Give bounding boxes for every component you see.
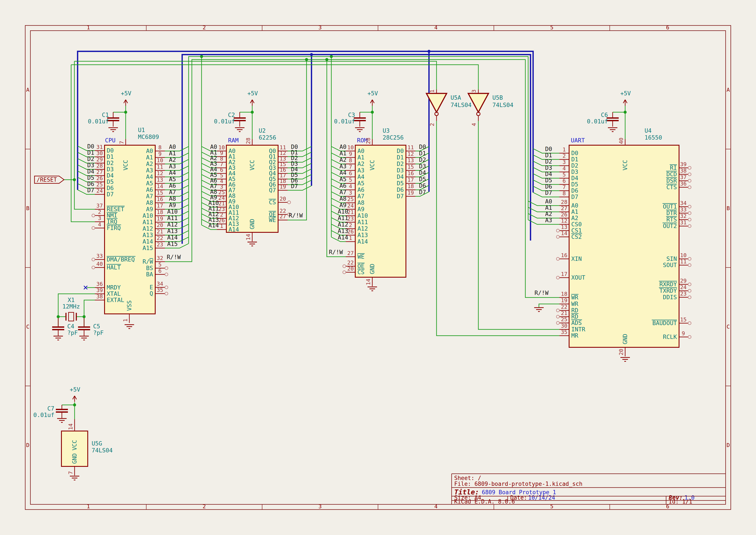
svg-text:A0: A0 xyxy=(357,148,364,154)
svg-text:D1: D1 xyxy=(397,154,404,161)
svg-text:D7: D7 xyxy=(87,187,94,193)
svg-text:4: 4 xyxy=(562,165,566,172)
svg-text:GND: GND xyxy=(622,334,628,344)
svg-text:A11: A11 xyxy=(143,219,153,225)
svg-text:VCC: VCC xyxy=(622,160,628,170)
svg-text:10: 10 xyxy=(347,144,354,151)
svg-text:/RESET: /RESET xyxy=(37,177,57,183)
svg-text:?pF: ?pF xyxy=(93,329,104,336)
svg-text:CS: CS xyxy=(269,199,276,206)
svg-text:32: 32 xyxy=(157,255,163,261)
svg-text:D2: D2 xyxy=(87,155,94,162)
svg-text:12: 12 xyxy=(561,218,567,224)
svg-text:4: 4 xyxy=(434,503,438,510)
svg-text:+5V: +5V xyxy=(367,90,378,97)
power-flag-5v: +5V xyxy=(367,90,378,106)
svg-text:BAUDOUT: BAUDOUT xyxy=(652,320,677,326)
chip-U2: U262256RAM28VCC14GND10A0A09A1A18A2A27A3A… xyxy=(202,127,311,241)
svg-text:A3: A3 xyxy=(146,167,153,174)
svg-text:OE: OE xyxy=(357,263,364,269)
svg-text:4: 4 xyxy=(434,24,438,31)
svg-text:A1: A1 xyxy=(169,150,176,156)
svg-text:33: 33 xyxy=(96,253,103,259)
capacitor-C6: C60.01uf xyxy=(587,112,619,127)
svg-text:7: 7 xyxy=(220,161,223,167)
svg-text:20: 20 xyxy=(157,222,163,228)
svg-text:18: 18 xyxy=(280,178,286,184)
svg-text:D4: D4 xyxy=(571,175,579,182)
svg-text:2: 2 xyxy=(202,24,206,31)
svg-text:9: 9 xyxy=(682,330,685,337)
svg-text:D5: D5 xyxy=(107,179,114,185)
svg-text:B: B xyxy=(26,205,29,211)
svg-text:D2: D2 xyxy=(107,160,114,166)
schematic-content: U1MC6809CPU7VCC1VSS31D0D030D1D129D2D228D… xyxy=(33,50,691,480)
svg-text:12MHz: 12MHz xyxy=(62,303,80,310)
svg-text:40: 40 xyxy=(618,138,624,144)
svg-text:A1: A1 xyxy=(146,154,153,161)
svg-text:XIN: XIN xyxy=(571,255,582,262)
svg-text:A14: A14 xyxy=(229,226,239,233)
svg-text:UART: UART xyxy=(571,137,585,144)
svg-text:13: 13 xyxy=(407,157,414,163)
svg-text:A9: A9 xyxy=(169,202,176,209)
svg-text:26: 26 xyxy=(561,211,567,218)
svg-text:2: 2 xyxy=(220,211,223,218)
svg-text:7: 7 xyxy=(119,141,125,144)
svg-text:12: 12 xyxy=(407,151,414,157)
svg-text:A0: A0 xyxy=(339,143,347,150)
svg-text:D4: D4 xyxy=(419,169,426,176)
svg-text:A12: A12 xyxy=(167,221,178,228)
power-flag-5v: +5V xyxy=(248,90,258,106)
svg-text:D3: D3 xyxy=(419,163,426,170)
svg-text:?pF: ?pF xyxy=(67,329,78,336)
svg-text:A3: A3 xyxy=(545,217,552,223)
svg-text:6: 6 xyxy=(349,170,352,177)
svg-text:20: 20 xyxy=(280,196,286,202)
svg-text:A6: A6 xyxy=(339,182,347,189)
svg-text:D7: D7 xyxy=(419,189,426,195)
svg-text:26: 26 xyxy=(347,228,354,235)
svg-text:25: 25 xyxy=(561,316,567,323)
svg-text:A0: A0 xyxy=(146,148,153,154)
svg-text:A10: A10 xyxy=(167,208,178,215)
svg-text:28C256: 28C256 xyxy=(383,134,404,141)
svg-text:A1: A1 xyxy=(545,204,552,211)
svg-text:DCD: DCD xyxy=(666,171,677,178)
svg-text:B: B xyxy=(726,205,730,211)
svg-text:12: 12 xyxy=(280,150,286,156)
svg-text:Q7: Q7 xyxy=(269,187,276,193)
svg-text:11: 11 xyxy=(157,164,163,170)
svg-text:1: 1 xyxy=(87,503,90,510)
svg-text:6: 6 xyxy=(666,24,669,31)
svg-text:C3: C3 xyxy=(348,112,355,118)
svg-text:1: 1 xyxy=(429,90,435,93)
svg-text:DDIS: DDIS xyxy=(663,294,677,300)
svg-text:BS: BS xyxy=(146,265,153,271)
svg-text:18: 18 xyxy=(561,291,567,297)
capacitor-C7: C70.01uf xyxy=(33,405,68,418)
svg-text:0.01uf: 0.01uf xyxy=(334,118,355,125)
svg-text:6: 6 xyxy=(220,167,223,173)
kicad-schematic-canvas: 112233445566AABBCCDD U1MC6809CPU7VCC1VSS… xyxy=(0,0,756,535)
svg-text:A14: A14 xyxy=(338,234,348,241)
svg-text:A5: A5 xyxy=(357,180,364,186)
svg-text:A7: A7 xyxy=(339,189,347,195)
svg-text:1: 1 xyxy=(562,147,566,153)
svg-text:VCC: VCC xyxy=(369,160,375,170)
svg-text:40: 40 xyxy=(96,261,103,267)
svg-text:U5G: U5G xyxy=(92,440,102,447)
svg-text:A0: A0 xyxy=(571,202,579,209)
svg-text:8: 8 xyxy=(349,157,352,163)
svg-text:23: 23 xyxy=(157,241,163,248)
svg-text:7: 7 xyxy=(562,184,566,190)
svg-text:19: 19 xyxy=(561,297,567,303)
inverter-U5A: 12U5A74LS04 xyxy=(426,90,472,126)
svg-text:19: 19 xyxy=(280,183,286,190)
svg-text:32: 32 xyxy=(680,213,687,219)
svg-text:RAM: RAM xyxy=(228,137,239,144)
svg-text:A8: A8 xyxy=(146,199,153,206)
svg-text:NMI: NMI xyxy=(107,212,117,219)
svg-text:22: 22 xyxy=(561,304,567,310)
svg-text:+5V: +5V xyxy=(248,90,258,97)
